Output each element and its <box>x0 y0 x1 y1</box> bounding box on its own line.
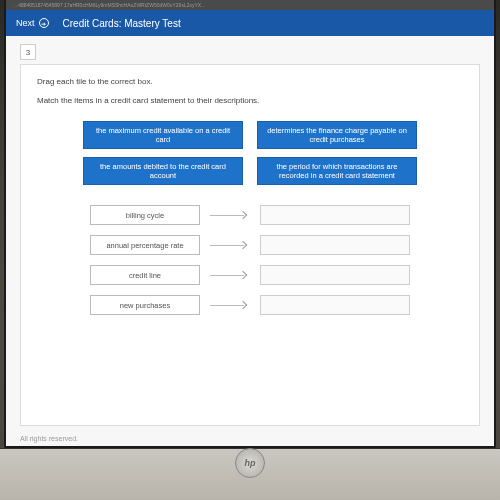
drop-slot-new-purchases[interactable] <box>260 295 410 315</box>
instruction-primary: Drag each tile to the correct box. <box>37 77 463 86</box>
copyright-footer: All rights reserved. <box>20 435 78 442</box>
page-title: Credit Cards: Mastery Test <box>63 18 181 29</box>
tile-finance-charge[interactable]: determines the finance charge payable on… <box>257 121 417 149</box>
laptop-logo: hp <box>235 448 265 478</box>
content-area: 3 Drag each tile to the correct box. Mat… <box>6 36 494 446</box>
label-billing-cycle: billing cycle <box>90 205 200 225</box>
drop-slot-billing-cycle[interactable] <box>260 205 410 225</box>
tile-max-credit[interactable]: the maximum credit available on a credit… <box>83 121 243 149</box>
question-panel: Drag each tile to the correct box. Match… <box>20 64 480 426</box>
draggable-tiles-area: the maximum credit available on a credit… <box>37 121 463 185</box>
instruction-secondary: Match the items in a credit card stateme… <box>37 96 463 105</box>
next-button[interactable]: Next ➔ <box>16 18 49 28</box>
app-header: Next ➔ Credit Cards: Mastery Test <box>6 10 494 36</box>
match-row: credit line <box>90 265 410 285</box>
label-new-purchases: new purchases <box>90 295 200 315</box>
tile-period-transactions[interactable]: the period for which transactions are re… <box>257 157 417 185</box>
tile-amounts-debited[interactable]: the amounts debited to the credit card a… <box>83 157 243 185</box>
match-row: billing cycle <box>90 205 410 225</box>
match-row: annual percentage rate <box>90 235 410 255</box>
next-label: Next <box>16 18 35 28</box>
match-row: new purchases <box>90 295 410 315</box>
question-number-tab[interactable]: 3 <box>20 44 36 60</box>
label-credit-line: credit line <box>90 265 200 285</box>
match-rows: billing cycle annual percentage rate cre… <box>37 205 463 315</box>
browser-url-bar: ...4884051874545897 17aHR0cHM6Ly9mMSShcH… <box>6 0 494 10</box>
drop-slot-apr[interactable] <box>260 235 410 255</box>
next-arrow-icon: ➔ <box>39 18 49 28</box>
label-apr: annual percentage rate <box>90 235 200 255</box>
drop-slot-credit-line[interactable] <box>260 265 410 285</box>
app-window: ...4884051874545897 17aHR0cHM6Ly9mMSShcH… <box>4 0 496 448</box>
